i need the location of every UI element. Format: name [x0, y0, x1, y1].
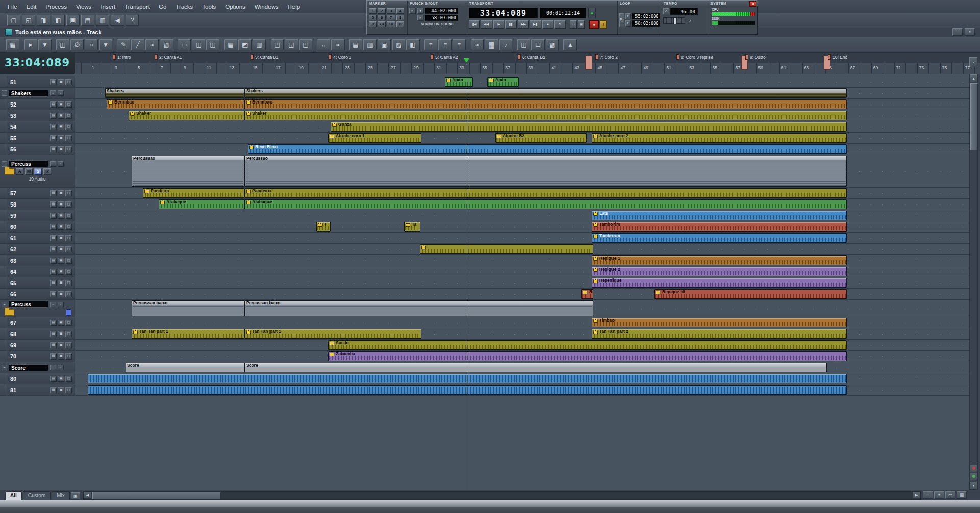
audio-clip[interactable]: Apito: [445, 77, 473, 87]
audio-clip[interactable]: Tan Tan part 1: [244, 329, 421, 339]
minimize-button[interactable]: –: [952, 28, 963, 36]
loop-end-marker-button[interactable]: ▸: [625, 20, 631, 27]
track-options-button[interactable]: ▤: [50, 224, 57, 230]
track-manager-button[interactable]: ≡: [424, 39, 437, 50]
scroll-left-button[interactable]: ◀: [84, 492, 91, 498]
timestretch-mode-button[interactable]: ↔: [317, 39, 330, 50]
track-monitor-button[interactable]: ▣: [58, 387, 64, 393]
h-zoom-out-button[interactable]: −: [923, 491, 933, 499]
marker-button-10[interactable]: 10: [378, 21, 386, 27]
menu-tracks[interactable]: Tracks: [171, 2, 198, 12]
track-options-button[interactable]: ▤: [50, 190, 57, 196]
play-button[interactable]: ▶: [493, 20, 504, 29]
track-monitor-button[interactable]: ▣: [58, 190, 64, 196]
timeline-options-button[interactable]: ▪: [969, 57, 977, 66]
track-monitor-button[interactable]: ▣: [58, 269, 64, 275]
track-options-button[interactable]: ▤: [50, 387, 57, 393]
punch-out-marker-button[interactable]: ▸: [417, 15, 424, 21]
audio-clip[interactable]: Tan Tan part 1: [132, 329, 244, 339]
timeline-marker-4-coro-1[interactable]: 4: Coro 1: [329, 54, 351, 60]
track-record-button[interactable]: ▢: [65, 135, 72, 141]
delete-tool-button[interactable]: ◫: [56, 39, 69, 50]
timeline-marker-1-intro[interactable]: 1: Intro: [113, 54, 131, 60]
track-options-button[interactable]: ▤: [50, 331, 57, 337]
fast-forward-button[interactable]: ▶▶: [518, 20, 529, 29]
track-options-button[interactable]: ▤: [50, 342, 57, 348]
track-lane[interactable]: PandeiroPandeiro: [75, 188, 969, 198]
video-monitor-button[interactable]: ▣: [378, 39, 391, 50]
folder-minimize-button[interactable]: ‒: [50, 302, 56, 307]
folder-maximize-button[interactable]: ▫: [58, 302, 64, 307]
setup-manager-button[interactable]: ▦: [6, 39, 19, 50]
track-monitor-button[interactable]: ▣: [58, 201, 64, 208]
punch-in-marker-button[interactable]: ▸: [409, 8, 416, 14]
mute-tool-button[interactable]: ∅: [70, 39, 84, 50]
track-monitor-button[interactable]: ▣: [58, 342, 64, 348]
track-options-button[interactable]: ▤: [50, 246, 57, 252]
audio-clip[interactable]: Timbao: [592, 318, 847, 327]
loop-toggle-button[interactable]: ↻: [619, 13, 624, 27]
audio-clip[interactable]: Ganza: [331, 122, 847, 132]
tab-mix[interactable]: Mix: [52, 491, 70, 500]
marker-manager-button[interactable]: ≡: [453, 39, 466, 50]
track-record-button[interactable]: ▢: [65, 213, 72, 219]
menu-tools[interactable]: Tools: [198, 2, 220, 12]
color-tool-button[interactable]: ▧: [160, 39, 173, 50]
folder-maximize-button[interactable]: ▫: [58, 90, 64, 96]
track-record-button[interactable]: ▢: [65, 291, 72, 297]
track-lane[interactable]: ApitoApito: [75, 76, 969, 87]
go-to-end-button[interactable]: ▶▮: [530, 20, 541, 29]
track-monitor-button[interactable]: ▣: [58, 113, 64, 119]
menu-file[interactable]: File: [3, 2, 22, 12]
timeline-marker-8-coro-3-reprise[interactable]: 8: Coro 3 reprise: [676, 54, 713, 60]
folder-collapse-button[interactable]: −: [2, 90, 7, 96]
time-display-window-button[interactable]: ◧: [406, 39, 420, 50]
track-monitor-button[interactable]: ▣: [58, 353, 64, 360]
track-monitor-button[interactable]: ▣: [58, 213, 64, 219]
folder-minimize-button[interactable]: ‒: [50, 161, 56, 167]
timeline-marker-5-canta-a2[interactable]: 5: Canta A2: [431, 54, 458, 60]
track-record-button[interactable]: ▢: [65, 235, 72, 241]
folder-clip[interactable]: Shakers: [105, 88, 244, 98]
object-trim-button[interactable]: ◫: [192, 39, 205, 50]
track-lane[interactable]: Zabumba: [75, 351, 969, 362]
track-record-button[interactable]: ▢: [65, 224, 72, 230]
paste-button[interactable]: ▥: [96, 15, 109, 26]
mouse-mode-menu-button[interactable]: ▼: [38, 39, 52, 50]
track-lane[interactable]: Repique 2: [75, 266, 969, 277]
folder-collapse-button[interactable]: −: [2, 365, 7, 370]
track-lane[interactable]: Percussao baixoPercussao baixo: [75, 300, 969, 317]
cut-button[interactable]: ▣: [66, 15, 80, 26]
undo-button[interactable]: ◀: [111, 15, 124, 26]
take-manager-button[interactable]: ◰: [299, 39, 312, 50]
spectral-editor-button[interactable]: ▓: [485, 39, 498, 50]
folder-collapse-button[interactable]: −: [2, 302, 7, 307]
track-lane[interactable]: Tan Tan part 1Tan Tan part 1Tan Tan part…: [75, 328, 969, 339]
track-lane[interactable]: ShakersShakers: [75, 88, 969, 98]
pause-button[interactable]: ▮▮: [505, 20, 517, 29]
folder-clip[interactable]: Percussao baixo: [244, 300, 593, 316]
track-monitor-button[interactable]: ▣: [58, 280, 64, 286]
track-lane[interactable]: Repenique: [75, 277, 969, 288]
track-record-button[interactable]: ▢: [65, 353, 72, 360]
export-audio-button[interactable]: ◧: [52, 15, 65, 26]
marker-button-4[interactable]: 4: [396, 8, 404, 14]
track-options-button[interactable]: ▤: [50, 79, 57, 85]
track-lane[interactable]: TTaTamborim: [75, 221, 969, 232]
track-record-button[interactable]: ▢: [65, 113, 72, 119]
folder-maximize-button[interactable]: ▫: [58, 161, 64, 167]
track-lane[interactable]: [75, 373, 969, 384]
track-record-button[interactable]: ▢: [65, 331, 72, 337]
folder-clip[interactable]: Shakers: [244, 88, 847, 98]
save-project-button[interactable]: ◨: [37, 15, 50, 26]
track-record-button[interactable]: ▢: [65, 269, 72, 275]
marker-button-3[interactable]: 3: [387, 8, 395, 14]
go-to-start-button[interactable]: ▮◀: [469, 20, 480, 29]
audio-clip[interactable]: Zabumba: [328, 351, 847, 361]
folder-minimize-button[interactable]: ‒: [50, 90, 56, 96]
track-record-button[interactable]: ▢: [65, 387, 72, 393]
object-manager-button[interactable]: ≡: [438, 39, 452, 50]
audio-clip[interactable]: Lata: [592, 211, 847, 220]
track-monitor-button[interactable]: ▣: [58, 258, 64, 264]
marker-button-6[interactable]: 6: [378, 15, 386, 20]
